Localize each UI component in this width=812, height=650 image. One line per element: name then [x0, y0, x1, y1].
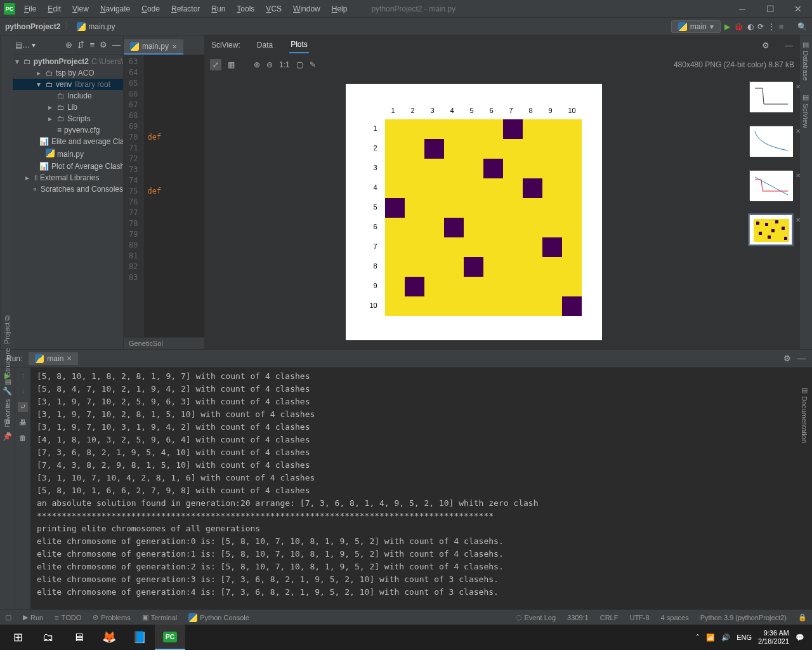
code-area[interactable]: 6364656667686970717273747576777879808182… — [124, 55, 204, 337]
close-tab-icon[interactable]: ✕ — [172, 43, 177, 50]
sciview-tool[interactable]: ▤ SciView — [802, 93, 810, 128]
thumbnail[interactable]: ✕ — [749, 126, 792, 156]
print-icon[interactable]: 🖶 — [19, 418, 27, 427]
menu-tools[interactable]: Tools — [232, 2, 259, 16]
tree-root[interactable]: ▾🗀 pythonProject2 C:\Users\ — [13, 56, 123, 67]
search-button[interactable]: 🔍 — [797, 22, 807, 31]
menu-edit[interactable]: Edit — [43, 2, 66, 16]
sb-run[interactable]: ▶ Run — [23, 613, 43, 622]
project-view-selector[interactable]: ▤… ▾ — [15, 41, 36, 50]
tree-item[interactable]: ≡pyvenv.cfg — [13, 124, 123, 136]
close-icon[interactable]: ✕ — [796, 216, 801, 223]
sb-lock-icon[interactable]: 🔒 — [798, 613, 807, 621]
maximize-button[interactable]: ☐ — [756, 0, 784, 18]
tree-item[interactable]: ▸🗀tsp by ACO — [13, 67, 123, 79]
notepad-icon[interactable]: 📘 — [124, 625, 155, 650]
code[interactable]: defdef — [143, 55, 165, 337]
project-tree[interactable]: ▾🗀 pythonProject2 C:\Users\ ▸🗀tsp by ACO… — [13, 55, 123, 196]
sb-terminal[interactable]: ▣ Terminal — [142, 613, 178, 622]
tree-item[interactable]: main.py — [13, 147, 123, 161]
favorites-tool[interactable]: ★ Favorites — [1, 399, 11, 438]
left-tool-strip-bottom[interactable]: ★ Favorites ▤ Structure — [0, 343, 13, 443]
firefox-icon[interactable]: 🦊 — [94, 625, 124, 650]
sb-problems[interactable]: ⊘ Problems — [93, 613, 130, 622]
menu-help[interactable]: Help — [327, 2, 353, 16]
right-tool-strip-bottom[interactable]: ▤ Documentation — [799, 381, 812, 448]
coverage-button[interactable]: ◐ — [747, 22, 754, 31]
hide-icon[interactable]: — — [785, 41, 793, 50]
sb-event-log[interactable]: ◌ Event Log — [516, 613, 556, 621]
close-icon[interactable]: ✕ — [796, 128, 801, 135]
gear-icon[interactable]: ⚙ — [100, 40, 107, 50]
close-icon[interactable]: ✕ — [796, 172, 801, 179]
clock[interactable]: 9:36 AM 2/18/2021 — [758, 629, 789, 646]
right-tool-strip[interactable]: ▤ Database ▤ SciView — [799, 36, 812, 349]
sb-sdk[interactable]: Python 3.9 (pythonProject2) — [700, 614, 787, 621]
attach-button[interactable]: ⋮ — [768, 22, 775, 31]
tab-plots[interactable]: Plots — [289, 37, 309, 53]
tray-chevron-icon[interactable]: ˄ — [696, 633, 700, 642]
sb-python-console[interactable]: Python Console — [188, 613, 249, 622]
pycharm-icon[interactable]: PC — [155, 625, 185, 650]
eyedropper-icon[interactable]: ✎ — [310, 60, 316, 69]
thumbnail[interactable]: ✕ — [749, 170, 792, 201]
grid-icon[interactable]: ▦ — [228, 60, 235, 69]
debug-button[interactable]: 🐞 — [734, 22, 743, 31]
select-opened-icon[interactable]: ≡ — [89, 40, 95, 50]
plot-area[interactable]: 1234567891012345678910 — [205, 75, 742, 349]
tree-item[interactable]: ⚬Scratches and Consoles — [13, 183, 123, 195]
gear-icon[interactable]: ⚙ — [762, 41, 769, 50]
tool-window-quick[interactable]: ▢ — [5, 613, 11, 621]
zoom-in-icon[interactable]: ⊕ — [254, 60, 260, 69]
zoom-out-icon[interactable]: ⊖ — [266, 60, 273, 69]
sb-todo[interactable]: ≡ TODO — [55, 613, 81, 622]
collapse-icon[interactable]: ⇵ — [77, 40, 84, 50]
notifications-icon[interactable]: 💬 — [796, 633, 804, 642]
close-icon[interactable]: ✕ — [796, 83, 801, 90]
up-icon[interactable]: ↑ — [21, 371, 25, 380]
sb-encoding[interactable]: UTF-8 — [629, 614, 649, 621]
menu-window[interactable]: Window — [288, 2, 325, 16]
menu-code[interactable]: Code — [136, 2, 165, 16]
fit-icon[interactable]: ⤢ — [210, 59, 221, 70]
structure-tool[interactable]: ▤ Structure — [1, 348, 11, 387]
sb-caret-pos[interactable]: 3309:1 — [567, 614, 589, 621]
explorer-icon[interactable]: 🗂 — [33, 625, 63, 650]
hide-icon[interactable]: — — [797, 354, 806, 363]
editor-tab[interactable]: main.py ✕ — [124, 39, 183, 55]
run-tab[interactable]: main ✕ — [29, 352, 78, 365]
thumbnail[interactable]: ✕ — [749, 81, 792, 112]
stop-button[interactable]: ■ — [779, 22, 783, 31]
console-output[interactable]: [5, 8, 10, 1, 8, 2, 8, 1, 9, 7] with cou… — [30, 368, 812, 609]
menu-run[interactable]: Run — [206, 2, 230, 16]
wifi-icon[interactable]: 📶 — [706, 633, 715, 642]
minimize-button[interactable]: ─ — [728, 0, 756, 18]
close-icon[interactable]: ✕ — [67, 355, 72, 362]
trash-icon[interactable]: 🗑 — [19, 434, 27, 442]
sb-indent[interactable]: 4 spaces — [661, 614, 689, 621]
run-button[interactable]: ▶ — [724, 22, 730, 31]
expand-icon[interactable]: ⊕ — [65, 40, 72, 50]
crop-icon[interactable]: ▢ — [296, 60, 303, 69]
volume-icon[interactable]: 🔊 — [721, 633, 730, 642]
tree-item[interactable]: 📊Elite and average Clash — [13, 136, 123, 147]
start-button[interactable]: ⊞ — [3, 625, 33, 650]
language-indicator[interactable]: ENG — [737, 633, 752, 641]
tree-item[interactable]: ▸🗀Lib — [13, 102, 123, 113]
menu-refactor[interactable]: Refactor — [166, 2, 205, 16]
zoom-ratio[interactable]: 1:1 — [279, 60, 290, 69]
menu-file[interactable]: File — [19, 2, 41, 16]
wrap-icon[interactable]: ⤶ — [18, 402, 28, 412]
run-config-selector[interactable]: main ▾ — [671, 20, 721, 33]
profile-button[interactable]: ⟳ — [757, 22, 764, 31]
menu-vcs[interactable]: VCS — [261, 2, 287, 16]
down-icon[interactable]: ↓ — [21, 387, 25, 395]
tree-item[interactable]: ▸⫴External Libraries — [13, 172, 123, 183]
menu-view[interactable]: View — [67, 2, 94, 16]
gear-icon[interactable]: ⚙ — [783, 354, 791, 363]
database-tool[interactable]: ▤ Database — [802, 41, 810, 81]
tab-data[interactable]: Data — [256, 37, 274, 53]
sb-line-sep[interactable]: CRLF — [600, 614, 619, 621]
project-tool[interactable]: Project ⧉ — [3, 315, 11, 344]
close-button[interactable]: ✕ — [784, 0, 812, 18]
